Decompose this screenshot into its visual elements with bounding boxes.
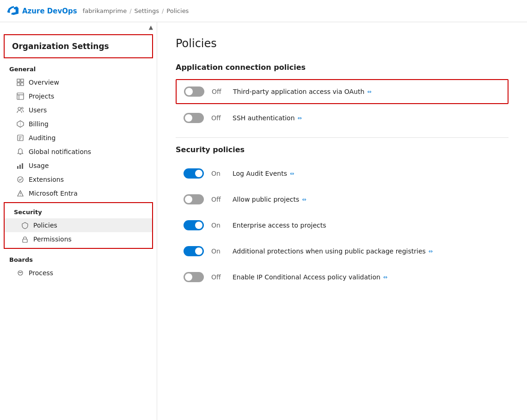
log-audit-policy-text: Log Audit Events ⇔ [233, 170, 294, 177]
additional-protections-policy-text: Additional protections when using public… [233, 247, 433, 255]
public-projects-state-label: Off [211, 196, 225, 203]
additional-protections-toggle-slider [184, 246, 204, 256]
sidebar-item-users[interactable]: Users [0, 103, 157, 117]
microsoft-entra-label: Microsoft Entra [29, 190, 78, 197]
ssh-state-label: Off [211, 114, 225, 122]
svg-rect-1 [21, 79, 24, 82]
oauth-state-label: Off [212, 88, 226, 95]
additional-protections-state-label: On [211, 247, 225, 255]
bell-icon [17, 148, 24, 155]
topbar: Azure DevOps fabrikamprime / Settings / … [0, 0, 527, 22]
svg-point-18 [18, 177, 23, 182]
enterprise-access-state-label: On [211, 222, 225, 229]
extensions-label: Extensions [29, 176, 64, 183]
public-projects-link-icon[interactable]: ⇔ [302, 197, 306, 203]
public-projects-policy-row: Off Allow public projects ⇔ [176, 187, 509, 211]
svg-rect-0 [17, 79, 20, 82]
sidebar-item-policies[interactable]: Policies [5, 218, 152, 232]
svg-point-19 [20, 195, 20, 195]
general-section-header: General [0, 60, 157, 75]
svg-point-21 [18, 271, 23, 275]
permissions-label: Permissions [33, 235, 72, 243]
ip-conditional-toggle-slider [184, 272, 204, 282]
users-icon [17, 106, 24, 114]
svg-rect-15 [17, 166, 18, 169]
sidebar-item-billing[interactable]: Billing [0, 117, 157, 131]
auditing-label: Auditing [29, 134, 55, 142]
main-layout: ▲ Organization Settings General Overview… [0, 22, 527, 420]
logo-area[interactable]: Azure DevOps [7, 6, 77, 17]
ssh-policy-row: Off SSH authentication ⇔ [176, 106, 509, 130]
scroll-up-button[interactable]: ▲ [149, 24, 153, 31]
entra-icon [17, 190, 24, 197]
billing-icon [17, 120, 24, 128]
app-connection-heading: Application connection policies [176, 63, 509, 72]
log-audit-toggle[interactable] [184, 168, 204, 179]
ssh-link-icon[interactable]: ⇔ [298, 115, 302, 121]
sidebar-item-overview[interactable]: Overview [0, 75, 157, 89]
ip-conditional-text: Enable IP Conditional Access policy vali… [233, 273, 380, 281]
security-policies-heading: Security policies [176, 145, 509, 154]
sidebar-item-extensions[interactable]: Extensions [0, 173, 157, 186]
log-audit-policy-row: On Log Audit Events ⇔ [176, 161, 509, 185]
org-settings-label: Organization Settings [12, 42, 109, 51]
enterprise-access-toggle[interactable] [184, 220, 204, 230]
breadcrumb-policies[interactable]: Policies [166, 7, 189, 14]
oauth-toggle-slider [184, 86, 204, 97]
global-notifications-label: Global notifications [29, 148, 91, 155]
svg-point-7 [18, 107, 21, 110]
usage-label: Usage [29, 162, 49, 169]
brand-name: Azure DevOps [22, 7, 77, 15]
public-projects-toggle[interactable] [184, 194, 204, 204]
sidebar-item-permissions[interactable]: Permissions [5, 232, 152, 246]
additional-protections-toggle[interactable] [184, 246, 204, 256]
oauth-policy-text: Third-party application access via OAuth… [233, 88, 372, 95]
security-policies-section: Security policies On Log Audit Events ⇔ [176, 145, 509, 289]
sidebar-item-global-notifications[interactable]: Global notifications [0, 145, 157, 159]
oauth-link-icon[interactable]: ⇔ [367, 89, 371, 95]
public-projects-text: Allow public projects [233, 196, 299, 203]
additional-protections-policy-row: On Additional protections when using pub… [176, 239, 509, 263]
boards-section-header: Boards [0, 251, 157, 266]
additional-protections-text: Additional protections when using public… [233, 247, 426, 255]
svg-rect-16 [19, 165, 21, 169]
projects-label: Projects [29, 93, 54, 100]
security-section-header: Security [5, 203, 152, 218]
breadcrumb-settings[interactable]: Settings [135, 7, 159, 14]
oauth-policy-row: Off Third-party application access via O… [176, 79, 509, 104]
sidebar-item-auditing[interactable]: Auditing [0, 131, 157, 145]
svg-rect-20 [23, 239, 27, 242]
enterprise-access-policy-row: On Enterprise access to projects [176, 213, 509, 237]
breadcrumb: fabrikamprime / Settings / Policies [83, 7, 189, 14]
oauth-toggle[interactable] [184, 86, 204, 97]
usage-icon [17, 162, 24, 169]
page-title: Policies [176, 37, 509, 50]
ssh-toggle-slider [184, 113, 204, 123]
sidebar-item-microsoft-entra[interactable]: Microsoft Entra [0, 186, 157, 200]
additional-protections-link-icon[interactable]: ⇔ [429, 248, 433, 254]
sidebar-item-projects[interactable]: Projects [0, 89, 157, 103]
general-section: General Overview Projects Users [0, 60, 157, 200]
boards-section: Boards Process [0, 251, 157, 280]
public-projects-policy-text: Allow public projects ⇔ [233, 196, 306, 203]
main-content: Policies Application connection policies… [157, 22, 527, 420]
breadcrumb-org[interactable]: fabrikamprime [83, 7, 127, 14]
ssh-toggle[interactable] [184, 113, 204, 123]
billing-label: Billing [29, 120, 49, 128]
sidebar-item-usage[interactable]: Usage [0, 159, 157, 173]
ip-conditional-link-icon[interactable]: ⇔ [383, 274, 387, 280]
sidebar-item-process[interactable]: Process [0, 266, 157, 280]
ssh-policy-text: SSH authentication ⇔ [233, 114, 302, 122]
azure-devops-logo-icon [7, 6, 18, 17]
log-audit-link-icon[interactable]: ⇔ [290, 171, 294, 177]
enterprise-access-text: Enterprise access to projects [233, 222, 326, 229]
app-connection-section: Application connection policies Off Thir… [176, 63, 509, 130]
policies-label: Policies [33, 222, 57, 229]
breadcrumb-sep-1: / [129, 7, 131, 14]
org-settings-header: Organization Settings [4, 34, 153, 58]
ip-conditional-toggle[interactable] [184, 272, 204, 282]
shield-icon [21, 222, 29, 229]
public-projects-toggle-slider [184, 194, 204, 204]
log-audit-text: Log Audit Events [233, 170, 287, 177]
ssh-text: SSH authentication [233, 114, 295, 122]
